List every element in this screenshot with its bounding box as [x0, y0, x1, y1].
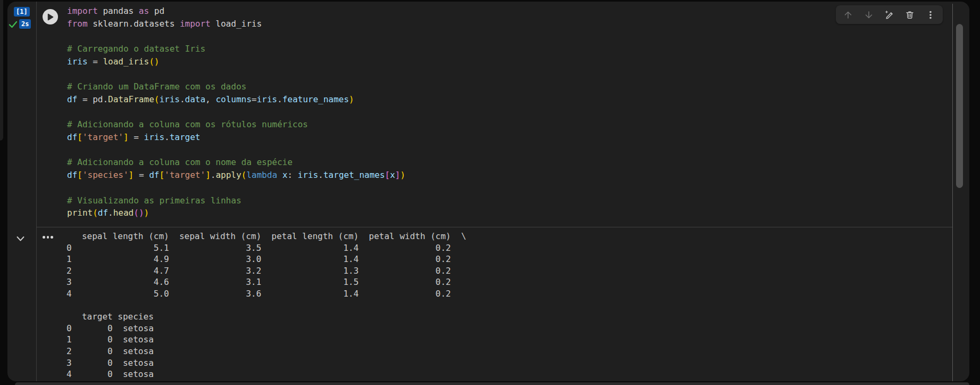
code-line[interactable] — [67, 68, 405, 81]
code-token: [ — [77, 170, 82, 180]
code-token: . — [164, 132, 170, 142]
code-line[interactable]: # Criando um DataFrame com os dados — [67, 80, 405, 93]
cell-toolbar — [836, 5, 943, 24]
code-token: load_iris — [211, 19, 262, 29]
code-token: () — [134, 208, 144, 218]
code-token: # Carregando o dataset Iris — [67, 44, 205, 54]
delete-cell-button[interactable] — [902, 8, 917, 22]
code-token: df — [67, 132, 77, 142]
code-line[interactable]: df['target'] = iris.target — [67, 131, 405, 144]
code-token: = — [134, 170, 149, 180]
success-check-icon — [9, 20, 18, 30]
move-down-button[interactable] — [861, 8, 876, 22]
code-token: ( — [154, 94, 160, 104]
code-line[interactable]: # Visualizando as primeiras linhas — [67, 194, 405, 207]
notebook-editor: { "window": { "background": "#0a0a0a", "… — [0, 0, 980, 385]
code-token: import — [67, 6, 98, 16]
notebook-cell: [1] 2s — [7, 2, 969, 381]
code-line[interactable] — [67, 144, 405, 157]
code-token: () — [149, 56, 159, 67]
more-actions-button[interactable] — [923, 8, 938, 22]
code-token: target — [170, 132, 201, 142]
code-token: df — [67, 170, 77, 180]
code-token: x — [283, 170, 288, 180]
code-token: . — [211, 170, 216, 180]
run-cell-button[interactable] — [43, 9, 58, 24]
code-line[interactable] — [67, 182, 405, 194]
code-token: ] — [205, 170, 211, 180]
move-up-icon — [843, 10, 853, 20]
code-token: # Adicionando a coluna com os rótulos nu… — [67, 119, 308, 129]
code-token: sklearn.datasets — [88, 19, 180, 29]
code-line[interactable]: df = pd.DataFrame(iris.data, columns=iri… — [67, 93, 405, 106]
cell-output-text: sepal length (cm) sepal width (cm) petal… — [67, 231, 466, 380]
code-line[interactable]: from sklearn.datasets import load_iris — [67, 18, 405, 30]
sparkle-edit-button[interactable] — [882, 8, 896, 22]
code-token: ( — [242, 170, 247, 180]
play-icon — [47, 13, 54, 21]
code-token: apply — [215, 170, 241, 180]
execution-count-badge: [1] — [14, 7, 30, 17]
code-token: . — [318, 170, 323, 180]
code-token: df — [98, 208, 108, 218]
collapse-output-button[interactable] — [16, 234, 25, 244]
code-line[interactable]: iris = load_iris() — [67, 55, 405, 68]
code-output-divider — [36, 227, 953, 227]
code-token: lambda — [246, 170, 277, 180]
code-token: = — [252, 94, 257, 104]
code-token: . — [180, 94, 185, 104]
code-token: as — [139, 6, 149, 16]
code-token: pandas — [98, 6, 139, 16]
code-token: ] — [395, 170, 401, 180]
code-line[interactable]: df['species'] = df['target'].apply(lambd… — [67, 169, 405, 182]
sparkle-edit-icon — [884, 10, 894, 20]
code-line[interactable]: # Adicionando a coluna com o nome da esp… — [67, 156, 405, 169]
code-line[interactable]: # Carregando o dataset Iris — [67, 43, 405, 55]
code-token: ] — [129, 170, 134, 180]
code-token: ) — [349, 94, 354, 104]
delete-icon — [905, 10, 915, 20]
code-token: ) — [144, 208, 150, 218]
code-token: = — [88, 56, 103, 67]
scrollbar-thumb[interactable] — [956, 24, 963, 188]
code-token: pd — [149, 6, 164, 16]
code-token: iris — [159, 94, 180, 104]
code-token: feature_names — [283, 94, 349, 104]
output-options-button[interactable] — [43, 236, 53, 239]
code-token: ] — [123, 132, 129, 142]
code-token: [ — [385, 170, 390, 180]
move-down-icon — [864, 10, 874, 20]
code-line[interactable] — [67, 30, 405, 43]
code-token: [ — [77, 132, 82, 142]
code-token: head — [113, 208, 134, 218]
code-token: x — [390, 170, 395, 180]
code-token: df — [67, 94, 77, 104]
code-token: iris — [67, 56, 88, 67]
code-line[interactable]: print(df.head()) — [67, 207, 405, 219]
adjacent-panel-edge — [0, 0, 3, 141]
code-token: from — [67, 19, 88, 29]
code-editor[interactable]: import pandas as pdfrom sklearn.datasets… — [67, 5, 405, 219]
next-cell-edge — [15, 382, 969, 385]
code-token: # Adicionando a coluna com o nome da esp… — [67, 157, 293, 167]
code-token: 'target' — [82, 132, 123, 142]
code-token: load_iris — [103, 56, 149, 67]
code-token: [ — [159, 170, 164, 180]
code-token: . — [277, 94, 283, 104]
code-token: iris — [256, 94, 277, 104]
code-token: iris — [298, 170, 319, 180]
code-line[interactable]: import pandas as pd — [67, 5, 405, 18]
code-token: target_names — [323, 170, 385, 180]
code-line[interactable]: # Adicionando a coluna com os rótulos nu… — [67, 118, 405, 131]
code-token: . — [108, 208, 113, 218]
more-actions-icon — [926, 10, 935, 20]
code-token: # Criando um DataFrame com os dados — [67, 81, 246, 92]
code-line[interactable] — [67, 106, 405, 119]
code-token: = — [129, 132, 144, 142]
code-token: 'species' — [82, 170, 129, 180]
code-token: # Visualizando as primeiras linhas — [67, 195, 242, 206]
code-token: data — [185, 94, 206, 104]
move-up-button[interactable] — [841, 8, 856, 22]
cell-gutter-divider — [36, 2, 37, 381]
code-token: iris — [144, 132, 165, 142]
